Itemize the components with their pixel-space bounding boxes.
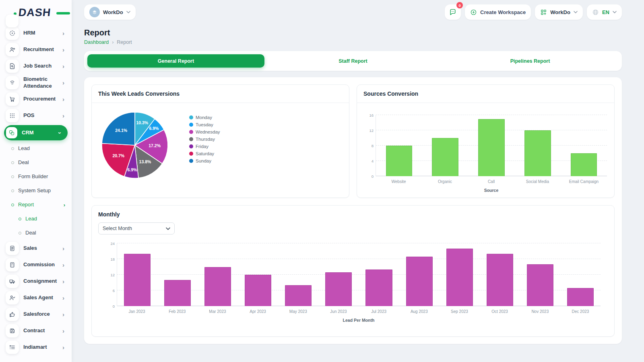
bullet-icon [19,218,21,220]
sidebar: DASH HRM › Recruitment › Job Search › [0,0,72,362]
sidebar-item-contract[interactable]: Contract › [5,323,67,339]
create-workspace-button[interactable]: Create Workspace [465,4,531,20]
chevron-right-icon: › [62,294,66,301]
sidebar-subitem-system-setup[interactable]: System Setup [5,184,67,198]
subitem-label: Report [18,202,60,208]
tab-staff-report[interactable]: Staff Report [264,54,442,68]
sidebar-item-job-search[interactable]: Job Search › [5,58,67,74]
legend-dot [189,137,193,141]
workspace-switcher-label: WorkDo [550,9,570,15]
sidebar-item-recruitment[interactable]: Recruitment › [5,41,67,58]
x-axis-tick: Website [376,179,422,184]
sidebar-item-label: Procurement [23,96,58,102]
bar-slot [117,243,157,306]
logo-accent-bar [56,12,70,14]
bar-feb-2023 [164,280,191,306]
pie-svg: 10.3%6.9%17.2%13.8%6.9%20.7%24.1% [101,111,169,179]
sidebar-subitem-report[interactable]: Report › [5,198,67,212]
chevron-down-icon [126,11,130,13]
x-axis-tick: Social Media [514,179,561,184]
pos-icon [6,109,19,122]
logo-text: DASH [18,6,52,19]
report-tabs: General Report Staff Report Pipelines Re… [84,51,622,71]
sidebar-item-commission[interactable]: Commission › [5,257,67,273]
bar-slot [514,115,561,176]
card-title: Monthly [98,211,608,218]
x-axis-tick: Call [468,179,514,184]
main-area: WorkDo 0 Create Workspace WorkDo [72,0,644,362]
pie-slice-label: 24.1% [115,128,127,133]
sidebar-item-label: Biometric Attendance [23,76,58,89]
sidebar-item-biometric-attendance[interactable]: Biometric Attendance › [5,74,67,91]
salesforce-icon [6,308,19,321]
select-month-dropdown[interactable]: Select Month [98,222,175,234]
bars [376,115,607,176]
bar-oct-2023 [487,254,513,306]
x-axis-tick: Email Campaign [561,179,607,184]
page-title: Report [84,28,622,37]
sidebar-item-label: Salesforce [23,311,58,317]
bar-slot [318,243,359,306]
subitem-label: Form Builder [18,173,67,180]
select-month-value: Select Month [103,226,132,231]
subitem-label: Deal [25,230,67,236]
language-selector[interactable]: EN [587,4,622,20]
card-header: This Week Leads Conversions [92,85,349,103]
chevron-right-icon: › [62,63,66,70]
sidebar-item-pos[interactable]: POS › [5,107,67,124]
sidebar-item-procurement[interactable]: Procurement › [5,91,67,107]
bar-jan-2023 [124,254,151,306]
bar-jul-2023 [365,269,392,306]
chevron-right-icon: › [62,278,66,285]
chevron-right-icon: › [62,311,66,318]
sidebar-item-salesforce[interactable]: Salesforce › [5,306,67,323]
subitem-label: System Setup [18,187,67,194]
workspace-switcher[interactable]: WorkDo [535,4,583,20]
sources-conversion-card: Sources Conversion 0481216WebsiteOrganic… [357,84,615,198]
app-logo[interactable]: DASH [19,6,63,21]
legend-item-saturday: Saturday [189,151,220,156]
x-axis-tick: Jul 2023 [359,309,399,314]
breadcrumb-dashboard-link[interactable]: Dashboard [84,39,109,45]
bullet-icon [11,175,14,178]
bar-email-campaign [571,153,597,176]
report-panel: This Week Leads Conversions 10.3%6.9%17.… [84,77,622,344]
sidebar-item-indiamart[interactable]: Indiamart › [5,339,67,356]
sidebar-item-hrm[interactable]: HRM › [5,25,67,41]
sidebar-subitem-report-lead[interactable]: Lead [5,212,67,226]
breadcrumb-current: Report [117,39,132,45]
y-axis-tick: 0 [103,304,115,309]
hrm-icon [6,27,19,40]
x-axis-tick: Jun 2023 [318,309,359,314]
monthly-bar-chart: 06121824Jan 2023Feb 2023Mar 2023Apr 2023… [98,234,608,323]
sidebar-item-consignment[interactable]: Consignment › [5,273,67,290]
bar-mar-2023 [204,267,231,306]
legend-dot [189,159,193,163]
partial-menu-icon [6,14,19,27]
chevron-right-icon: › [62,261,66,268]
sidebar-subitem-form-builder[interactable]: Form Builder [5,170,67,184]
legend-item-thursday: Thursday [189,137,220,142]
sidebar-subitem-lead[interactable]: Lead [5,142,67,156]
sidebar-item-sales[interactable]: Sales › [5,240,67,257]
x-axis-tick: Organic [422,179,468,184]
sidebar-item-label: Sales [23,245,58,251]
sidebar-subitem-report-deal[interactable]: Deal [5,226,67,240]
workspace-pill[interactable]: WorkDo [84,4,136,20]
tab-general-report[interactable]: General Report [87,54,264,68]
tab-pipelines-report[interactable]: Pipelines Report [442,54,619,68]
bars [117,243,601,306]
bar-slot [238,243,278,306]
y-axis-tick: 8 [362,144,374,148]
bar-plot: 0481216 [376,115,607,176]
bar-slot [278,243,318,306]
consignment-icon [6,275,19,288]
chevron-right-icon: › [62,112,66,119]
sidebar-item-sales-agent[interactable]: Sales Agent › [5,290,67,306]
bullet-icon [11,147,14,150]
messages-button[interactable]: 0 [445,4,461,20]
recruitment-icon [6,43,19,56]
sidebar-item-crm[interactable]: CRM › [4,125,68,140]
sidebar-item-label: CRM [22,130,55,136]
sidebar-subitem-deal[interactable]: Deal [5,156,67,170]
